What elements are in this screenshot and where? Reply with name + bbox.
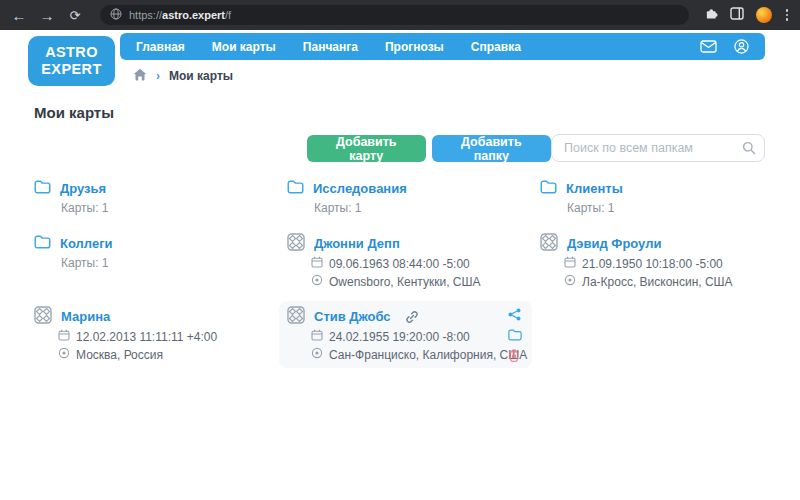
chart-location: Москва, Россия [76, 348, 163, 362]
chart-cell[interactable]: Стив Джобс 24.02.1955 19:20:00 -8:00 [279, 301, 532, 368]
breadcrumb: › Мои карты [133, 67, 233, 85]
browser-profile-avatar[interactable] [756, 7, 772, 23]
chart-datetime: 12.02.2013 11:11:11 +4:00 [76, 330, 217, 344]
breadcrumb-chevron-icon: › [156, 69, 160, 83]
search-input[interactable] [551, 134, 765, 162]
nav-item-spravka[interactable]: Справка [471, 40, 521, 54]
chart-name[interactable]: Марина [61, 309, 110, 324]
folder-name[interactable]: Клиенты [566, 181, 623, 196]
browser-menu-icon[interactable] [784, 7, 791, 23]
chart-cell[interactable]: Марина 12.02.2013 11:11:11 +4:00 Москва,… [26, 301, 279, 368]
folder-name[interactable]: Друзья [60, 181, 106, 196]
chart-name[interactable]: Стив Джобс [314, 309, 391, 324]
folder-cell[interactable]: Исследования Карты: 1 [279, 173, 532, 222]
chart-datetime: 09.06.1963 08:44:00 -5:00 [329, 257, 470, 271]
chart-name[interactable]: Джонни Депп [314, 236, 400, 251]
nav-item-prognozy[interactable]: Прогнозы [385, 40, 444, 54]
calendar-icon [564, 256, 576, 271]
folder-count: Карты: 1 [61, 201, 271, 216]
chart-name[interactable]: Дэвид Фроули [567, 236, 661, 251]
add-chart-button[interactable]: Добавить карту [307, 135, 426, 162]
address-bar[interactable]: https://astro.expert/f [100, 5, 689, 25]
calendar-icon [311, 256, 323, 271]
folder-icon [540, 180, 557, 198]
folder-cell[interactable]: Клиенты Карты: 1 [532, 173, 772, 222]
folder-name[interactable]: Исследования [313, 181, 407, 196]
nav-item-moi-karty[interactable]: Мои карты [212, 40, 276, 54]
location-icon [564, 274, 576, 289]
chart-location: Сан-Франциско, Калифорния, США [329, 348, 527, 362]
cards-grid: Друзья Карты: 1 Исследования Карты: 1 Кл… [26, 173, 772, 368]
browser-forward-button[interactable]: → [38, 8, 56, 23]
folder-icon [34, 235, 51, 253]
breadcrumb-current: Мои карты [169, 69, 233, 83]
chart-cell[interactable]: Дэвид Фроули 21.09.1950 10:18:00 -5:00 Л… [532, 228, 772, 295]
side-panel-icon[interactable] [730, 6, 744, 24]
nav-item-panchanga[interactable]: Панчанга [303, 40, 358, 54]
chart-location: Owensboro, Кентукки, США [329, 275, 481, 289]
toolbar: Добавить карту Добавить папку [0, 134, 765, 162]
app-header: ASTRO EXPERT Главная Мои карты Панчанга … [0, 30, 800, 90]
chart-icon [287, 306, 305, 328]
location-icon [311, 347, 323, 362]
share-icon[interactable] [508, 308, 522, 321]
main-navbar: Главная Мои карты Панчанга Прогнозы Спра… [120, 33, 765, 60]
browser-reload-button[interactable]: ⟳ [66, 9, 84, 22]
move-to-folder-icon[interactable] [508, 329, 522, 341]
home-icon[interactable] [133, 67, 147, 85]
chart-cell[interactable]: Джонни Депп 09.06.1963 08:44:00 -5:00 Ow… [279, 228, 532, 295]
browser-back-button[interactable]: ← [10, 8, 28, 23]
folder-icon [34, 180, 51, 198]
chart-location: Ла-Кросс, Висконсин, США [582, 275, 733, 289]
calendar-icon [58, 329, 70, 344]
page-title: Мои карты [34, 104, 800, 121]
globe-icon [110, 6, 122, 24]
nav-item-glavnaya[interactable]: Главная [136, 40, 185, 54]
folder-count: Карты: 1 [314, 201, 524, 216]
chart-icon [540, 233, 558, 255]
folder-count: Карты: 1 [61, 256, 271, 271]
mail-icon[interactable] [700, 40, 717, 53]
user-account-icon[interactable] [734, 39, 749, 54]
chart-icon [287, 233, 305, 255]
add-folder-button[interactable]: Добавить папку [432, 135, 552, 162]
chart-icon [34, 306, 52, 328]
delete-icon[interactable] [508, 349, 522, 362]
folder-cell[interactable]: Друзья Карты: 1 [26, 173, 279, 222]
card-actions [508, 308, 522, 362]
chart-datetime: 24.02.1955 19:20:00 -8:00 [329, 330, 470, 344]
calendar-icon [311, 329, 323, 344]
astro-expert-logo[interactable]: ASTRO EXPERT [28, 36, 115, 86]
folder-icon [287, 180, 304, 198]
search-icon[interactable] [742, 141, 756, 159]
logo-line1: ASTRO [45, 44, 98, 61]
folder-count: Карты: 1 [567, 201, 764, 216]
location-icon [311, 274, 323, 289]
folder-name[interactable]: Коллеги [60, 236, 113, 251]
link-icon [405, 310, 419, 324]
browser-chrome: ← → ⟳ https://astro.expert/f [0, 0, 800, 30]
extensions-icon[interactable] [705, 6, 718, 24]
url-text: https://astro.expert/f [129, 9, 231, 21]
location-icon [58, 347, 70, 362]
folder-cell[interactable]: Коллеги Карты: 1 [26, 228, 279, 295]
chart-datetime: 21.09.1950 10:18:00 -5:00 [582, 257, 723, 271]
logo-line2: EXPERT [41, 61, 101, 78]
